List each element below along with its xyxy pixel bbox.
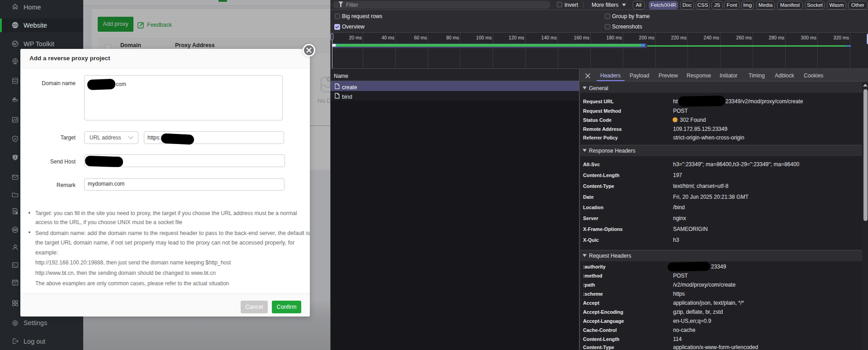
- svg-text:WAF: WAF: [13, 229, 18, 231]
